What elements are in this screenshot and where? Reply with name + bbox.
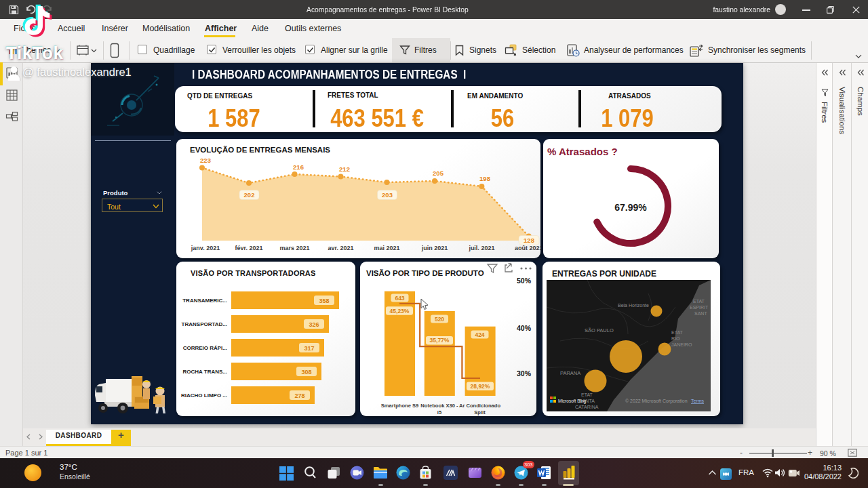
svg-text:mai 2021: mai 2021 (374, 245, 399, 251)
svg-text:Notebook X30 -: Notebook X30 - (420, 403, 458, 409)
svg-text:35,77%: 35,77% (430, 337, 450, 344)
svg-text:358: 358 (319, 298, 329, 304)
svg-text:Bela Horizonte: Bela Horizonte (618, 303, 649, 308)
svg-text:juin 2021: juin 2021 (421, 245, 448, 251)
svg-text:ETAT: ETAT (581, 392, 593, 397)
svg-text:317: 317 (304, 345, 314, 352)
svg-text:RIO: RIO (671, 336, 680, 341)
svg-text:203: 203 (382, 191, 393, 199)
svg-text:JANEIRO: JANEIRO (671, 342, 692, 347)
svg-text:Ar Condicionado: Ar Condicionado (459, 403, 501, 409)
svg-text:643: 643 (395, 295, 404, 302)
svg-text:TRANSAMERIC...: TRANSAMERIC... (182, 298, 227, 304)
svg-text:223: 223 (200, 157, 211, 164)
svg-text:CORREIO RÁPI...: CORREIO RÁPI... (183, 345, 227, 351)
svg-text:216: 216 (293, 163, 304, 171)
svg-text:202: 202 (244, 191, 255, 199)
svg-text:janv. 2021: janv. 2021 (191, 245, 220, 251)
svg-text:août 2021: août 2021 (515, 245, 540, 251)
svg-text:50%: 50% (517, 277, 532, 285)
svg-text:ETAT: ETAT (671, 330, 684, 335)
svg-text:avr. 2021: avr. 2021 (328, 245, 353, 251)
svg-text:mars 2021: mars 2021 (279, 245, 309, 251)
svg-text:212: 212 (339, 165, 350, 173)
svg-text:520: 520 (435, 316, 444, 323)
svg-text:424: 424 (475, 331, 484, 338)
svg-text:SÃO PAULO: SÃO PAULO (585, 327, 614, 333)
svg-text:TRANSPORTAD...: TRANSPORTAD... (182, 321, 227, 327)
svg-text:278: 278 (294, 392, 304, 399)
svg-text:45,23%: 45,23% (390, 308, 410, 314)
svg-text:juil. 2021: juil. 2021 (468, 245, 494, 251)
svg-text:PARANA: PARANA (560, 370, 580, 376)
svg-text:i5: i5 (437, 409, 442, 415)
svg-text:205: 205 (433, 169, 444, 177)
svg-text:Microsoft Bing: Microsoft Bing (558, 399, 587, 404)
svg-text:© 2022 Microsoft Corporation: © 2022 Microsoft Corporation (625, 399, 688, 404)
svg-text:40%: 40% (517, 324, 532, 332)
svg-text:CATARINA: CATARINA (575, 405, 599, 409)
svg-text:128: 128 (524, 237, 534, 244)
svg-text:RIACHO LIMPO ...: RIACHO LIMPO ... (181, 392, 227, 399)
svg-text:Split: Split (474, 409, 486, 415)
svg-text:ETAT: ETAT (693, 299, 705, 304)
svg-text:Smartphone S9: Smartphone S9 (381, 403, 419, 409)
svg-text:28,92%: 28,92% (471, 383, 490, 390)
svg-text:ROCHA TRANS...: ROCHA TRANS... (183, 369, 227, 375)
svg-text:308: 308 (301, 369, 311, 375)
svg-text:Terms: Terms (691, 399, 705, 403)
svg-text:326: 326 (309, 321, 319, 328)
svg-text:198: 198 (479, 175, 490, 182)
svg-text:févr. 2021: févr. 2021 (235, 245, 262, 251)
svg-text:ESPIRIT: ESPIRIT (690, 305, 709, 310)
svg-text:SANT: SANT (694, 311, 707, 316)
svg-text:30%: 30% (517, 369, 532, 378)
